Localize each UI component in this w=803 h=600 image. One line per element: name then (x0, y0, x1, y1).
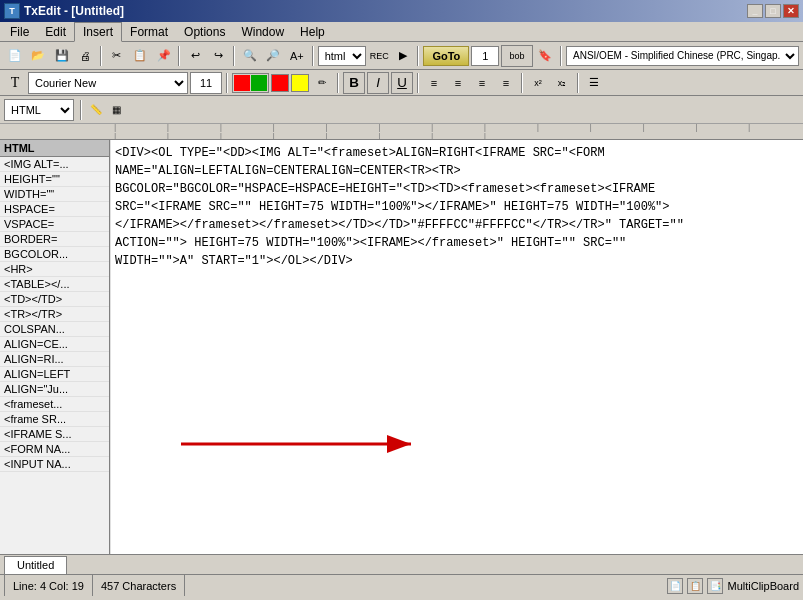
italic-button[interactable]: I (367, 72, 389, 94)
cut-button[interactable]: ✂ (106, 45, 127, 67)
highlight-icon[interactable]: ✏ (311, 72, 333, 94)
mode-select[interactable]: HTML Text (4, 99, 74, 121)
charset-select[interactable]: ANSI/OEM - Simplified Chinese (PRC, Sing… (566, 46, 799, 66)
align-justify-button[interactable]: ≡ (495, 72, 517, 94)
sidebar-item-2[interactable]: HEIGHT="" (0, 172, 109, 187)
sidebar-item-17[interactable]: <frameset... (0, 397, 109, 412)
sep6 (560, 46, 562, 66)
sep3 (233, 46, 235, 66)
bob-button[interactable]: bob (501, 45, 532, 67)
menu-window[interactable]: Window (233, 23, 292, 41)
sidebar-item-5[interactable]: VSPACE= (0, 217, 109, 232)
subscript-button[interactable]: x₂ (551, 72, 573, 94)
goto-button[interactable]: GoTo (423, 46, 469, 66)
sidebar-item-1[interactable]: <IMG ALT=... (0, 157, 109, 172)
app-icon: T (4, 3, 20, 19)
minimize-button[interactable]: _ (747, 4, 763, 18)
list-button[interactable]: ☰ (583, 72, 605, 94)
align-right-button[interactable]: ≡ (471, 72, 493, 94)
sidebar-item-12[interactable]: COLSPAN... (0, 322, 109, 337)
find-button[interactable]: 🔍 (239, 45, 260, 67)
tabbar: Untitled (0, 554, 803, 574)
menu-help[interactable]: Help (292, 23, 333, 41)
ruler: | | | | | | | | | | | | | | | | | | | | … (0, 124, 803, 140)
sidebar-item-13[interactable]: ALIGN=CE... (0, 337, 109, 352)
ruler-icon[interactable]: 📏 (88, 102, 104, 118)
sidebar-item-7[interactable]: BGCOLOR... (0, 247, 109, 262)
copy-button[interactable]: 📋 (129, 45, 150, 67)
sidebar-item-8[interactable]: <HR> (0, 262, 109, 277)
tag-sidebar: HTML <IMG ALT=... HEIGHT="" WIDTH="" HSP… (0, 140, 110, 554)
menu-file[interactable]: File (2, 23, 37, 41)
find-replace-button[interactable]: 🔎 (263, 45, 284, 67)
arrow-indicator (171, 414, 431, 474)
font-size-up[interactable]: A+ (286, 45, 307, 67)
sidebar-header: HTML (0, 140, 109, 157)
sidebar-item-18[interactable]: <frame SR... (0, 412, 109, 427)
play-button[interactable]: ▶ (392, 45, 413, 67)
sep9 (417, 73, 419, 93)
titlebar: T TxEdit - [Untitled] _ □ ✕ (0, 0, 803, 22)
title-text: TxEdit - [Untitled] (24, 4, 124, 18)
sep2 (178, 46, 180, 66)
grid-icon[interactable]: ▦ (108, 102, 124, 118)
close-button[interactable]: ✕ (783, 4, 799, 18)
font-select[interactable]: Courier New (28, 72, 188, 94)
sep5 (417, 46, 419, 66)
color-red[interactable] (234, 75, 250, 91)
sidebar-item-20[interactable]: <FORM NA... (0, 442, 109, 457)
window-controls: _ □ ✕ (747, 4, 799, 18)
menu-format[interactable]: Format (122, 23, 176, 41)
bookmark-button[interactable]: 🔖 (535, 45, 556, 67)
redo-button[interactable]: ↪ (208, 45, 229, 67)
sidebar-item-3[interactable]: WIDTH="" (0, 187, 109, 202)
goto-input[interactable] (471, 46, 499, 66)
status-chars: 457 Characters (93, 575, 185, 596)
new-button[interactable]: 📄 (4, 45, 25, 67)
status-icon-1: 📄 (667, 578, 683, 594)
file-type-select[interactable]: html txt (318, 46, 367, 66)
tab-untitled[interactable]: Untitled (4, 556, 67, 574)
sep7 (226, 73, 228, 93)
sidebar-item-9[interactable]: <TABLE></... (0, 277, 109, 292)
sep8 (337, 73, 339, 93)
sidebar-item-4[interactable]: HSPACE= (0, 202, 109, 217)
menu-insert[interactable]: Insert (74, 22, 122, 42)
sep4 (312, 46, 314, 66)
sidebar-item-14[interactable]: ALIGN=RI... (0, 352, 109, 367)
sidebar-item-21[interactable]: <INPUT NA... (0, 457, 109, 472)
align-center-button[interactable]: ≡ (447, 72, 469, 94)
code-editor[interactable]: <DIV><OL TYPE="<DD><IMG ALT="<frameset>A… (110, 140, 803, 554)
rec-button[interactable]: REC (368, 45, 389, 67)
sep10 (521, 73, 523, 93)
sidebar-item-6[interactable]: BORDER= (0, 232, 109, 247)
menu-edit[interactable]: Edit (37, 23, 74, 41)
highlight-red[interactable] (271, 74, 289, 92)
underline-button[interactable]: U (391, 72, 413, 94)
maximize-button[interactable]: □ (765, 4, 781, 18)
sidebar-item-11[interactable]: <TR></TR> (0, 307, 109, 322)
bold-button[interactable]: B (343, 72, 365, 94)
sep1 (100, 46, 102, 66)
sidebar-item-15[interactable]: ALIGN=LEFT (0, 367, 109, 382)
color-green[interactable] (251, 75, 267, 91)
sidebar-item-19[interactable]: <IFRAME S... (0, 427, 109, 442)
open-button[interactable]: 📂 (27, 45, 48, 67)
print-button[interactable]: 🖨 (74, 45, 95, 67)
main-toolbar: 📄 📂 💾 🖨 ✂ 📋 📌 ↩ ↪ 🔍 🔎 A+ html txt REC ▶ … (0, 42, 803, 70)
align-left-button[interactable]: ≡ (423, 72, 445, 94)
highlight-yellow[interactable] (291, 74, 309, 92)
superscript-button[interactable]: x² (527, 72, 549, 94)
undo-button[interactable]: ↩ (184, 45, 205, 67)
font-size-input[interactable] (190, 72, 222, 94)
save-button[interactable]: 💾 (51, 45, 72, 67)
sep12 (80, 100, 82, 120)
format-toolbar: T Courier New ✏ B I U ≡ ≡ ≡ ≡ x² x₂ ☰ (0, 70, 803, 96)
mode-toolbar: HTML Text 📏 ▦ (0, 96, 803, 124)
status-icon-2: 📋 (687, 578, 703, 594)
sidebar-item-16[interactable]: ALIGN="Ju... (0, 382, 109, 397)
sidebar-item-10[interactable]: <TD></TD> (0, 292, 109, 307)
menu-options[interactable]: Options (176, 23, 233, 41)
paste-button[interactable]: 📌 (153, 45, 174, 67)
status-right: 📄 📋 📑 MultiClipBoard (667, 578, 799, 594)
